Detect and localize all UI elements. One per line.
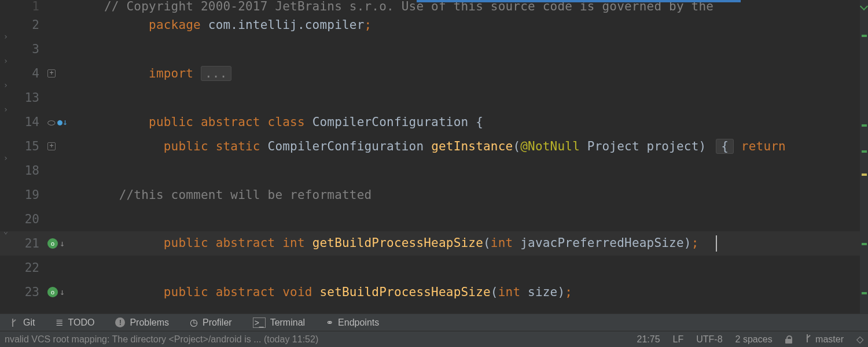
status-message[interactable]: nvalid VCS root mapping: The directory <…: [5, 334, 318, 345]
fold-placeholder[interactable]: ...: [201, 66, 231, 81]
usages-icon[interactable]: ⬭: [47, 117, 56, 128]
code-line-active[interactable]: 21 o ↓ public abstract int getBuildProce…: [0, 231, 868, 256]
toolwin-endpoints[interactable]: ⚭ Endpoints: [315, 314, 389, 331]
toolwin-label: Git: [23, 318, 35, 328]
code-line[interactable]: 4 + import ...: [0, 61, 868, 86]
comment-text: //this comment will be reformatted: [119, 188, 372, 202]
selection-indicator: [417, 0, 741, 2]
code-editor[interactable]: 1 // Copyright 2000-2017 JetBrains s.r.o…: [0, 0, 868, 313]
line-separator[interactable]: LF: [673, 334, 684, 345]
tool-window-bar: Git ≣ TODO ! Problems ◷ Profiler >_ Term…: [0, 313, 868, 331]
code-line[interactable]: 23 o ↓ public abstract void setBuildProc…: [0, 280, 868, 304]
inspection-ok-icon[interactable]: [860, 2, 868, 10]
method-name: getInstance: [431, 139, 513, 153]
annotation: @NotNull: [520, 139, 580, 153]
stripe-marker[interactable]: [862, 174, 867, 176]
subclass-nav-icon[interactable]: ●↓: [57, 117, 68, 127]
toolwin-todo[interactable]: ≣ TODO: [45, 314, 105, 331]
stripe-marker[interactable]: [862, 150, 867, 153]
git-branch-widget[interactable]: master: [805, 334, 844, 345]
status-bar: nvalid VCS root mapping: The directory <…: [0, 331, 868, 347]
toolwin-label: Terminal: [270, 318, 305, 328]
toolwin-label: TODO: [68, 318, 94, 328]
endpoints-icon: ⚭: [326, 317, 333, 328]
overriding-nav-icon[interactable]: ↓: [60, 287, 65, 297]
fold-toggle-icon[interactable]: +: [47, 69, 56, 77]
stripe-marker[interactable]: [862, 35, 867, 37]
branch-icon: [805, 334, 813, 342]
stripe-marker[interactable]: [862, 243, 867, 245]
code-line[interactable]: 15 + public static CompilerConfiguration…: [0, 134, 868, 158]
notifications-icon[interactable]: ◇: [856, 334, 863, 345]
override-icon[interactable]: o: [47, 287, 58, 297]
override-icon[interactable]: o: [47, 238, 58, 249]
stripe-marker[interactable]: [862, 292, 867, 294]
warning-icon: !: [115, 318, 125, 327]
toolwin-profiler[interactable]: ◷ Profiler: [179, 314, 242, 331]
file-encoding[interactable]: UTF-8: [696, 334, 722, 345]
stripe-marker[interactable]: [862, 124, 867, 127]
method-name: getBuildProcessHeapSize: [312, 236, 483, 250]
toolwin-git[interactable]: Git: [0, 314, 45, 331]
toolwin-problems[interactable]: ! Problems: [105, 314, 179, 331]
indent-setting[interactable]: 2 spaces: [735, 334, 773, 345]
code-line[interactable]: 19 //this comment will be reformatted: [0, 183, 868, 207]
git-icon: [10, 319, 19, 327]
profiler-icon: ◷: [190, 317, 198, 328]
list-icon: ≣: [56, 317, 63, 328]
fold-placeholder[interactable]: {: [716, 139, 734, 154]
text-caret: [716, 235, 717, 252]
code-line[interactable]: 2 package com.intellij.compiler;: [0, 13, 868, 37]
fold-toggle-icon[interactable]: +: [47, 142, 56, 150]
keyword: package: [149, 18, 201, 32]
caret-position[interactable]: 21:75: [637, 334, 660, 345]
toolwin-label: Endpoints: [338, 318, 379, 328]
left-tool-rail: ›››››⌄: [0, 0, 12, 313]
overriding-nav-icon[interactable]: ↓: [60, 238, 65, 249]
terminal-icon: >_: [253, 318, 266, 328]
toolwin-terminal[interactable]: >_ Terminal: [242, 314, 315, 331]
error-stripe[interactable]: [860, 0, 868, 313]
toolwin-label: Problems: [130, 318, 169, 328]
keyword: import: [149, 67, 193, 80]
readonly-toggle-icon[interactable]: [785, 335, 792, 344]
toolwin-label: Profiler: [203, 318, 232, 328]
method-name: setBuildProcessHeapSize: [319, 285, 490, 299]
